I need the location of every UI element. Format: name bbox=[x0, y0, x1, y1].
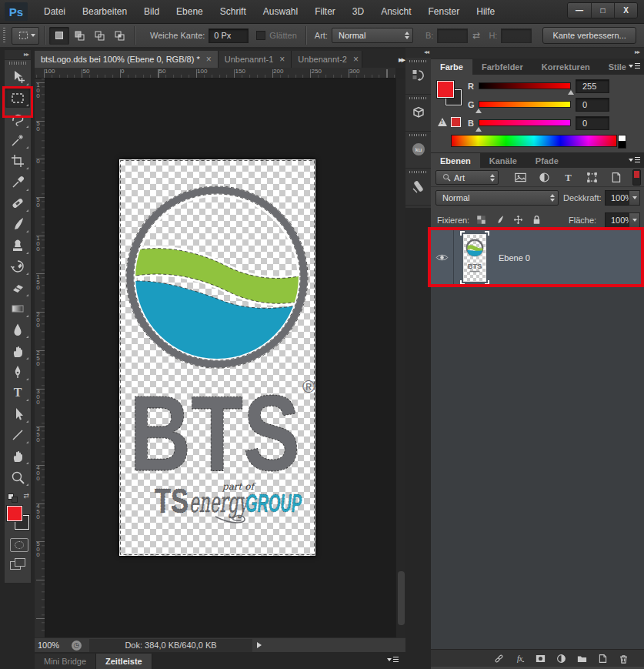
channel-value-b[interactable]: 0 bbox=[576, 116, 609, 130]
new-adjustment-layer-button[interactable] bbox=[554, 652, 568, 664]
document-size-info[interactable]: Dok: 384,0 KB/640,0 KB bbox=[89, 639, 252, 652]
menu-filter[interactable]: Filter bbox=[306, 0, 344, 23]
layer-thumbnail[interactable]: BTS bbox=[463, 234, 486, 282]
history-panel-button[interactable] bbox=[405, 58, 431, 95]
style-select[interactable]: Normal bbox=[332, 28, 413, 43]
lock-pixels-button[interactable] bbox=[491, 212, 508, 226]
channel-slider-thumb[interactable] bbox=[475, 127, 482, 132]
shape-layer-filter-button[interactable] bbox=[582, 169, 601, 186]
eyedropper-tool[interactable] bbox=[5, 172, 30, 192]
selection-mode-intersect-button[interactable] bbox=[109, 27, 129, 45]
selection-mode-subtract-button[interactable] bbox=[89, 27, 109, 45]
channel-slider-b[interactable] bbox=[479, 119, 571, 126]
healing-brush-tool[interactable] bbox=[5, 193, 30, 213]
add-layer-mask-button[interactable] bbox=[533, 652, 547, 664]
type-tool[interactable]: T bbox=[5, 383, 30, 403]
layer-visibility-toggle[interactable] bbox=[431, 230, 454, 286]
hand-tool[interactable] bbox=[5, 446, 30, 466]
channel-value-g[interactable]: 0 bbox=[576, 98, 609, 112]
menu-bild[interactable]: Bild bbox=[135, 0, 168, 23]
selection-mode-add-button[interactable] bbox=[69, 27, 89, 45]
lasso-tool[interactable] bbox=[5, 109, 30, 129]
3d-panel-button[interactable] bbox=[405, 95, 431, 132]
document-tab-1[interactable]: btsLogo.dds bei 100% (Ebene 0, RGB/8) *× bbox=[35, 51, 219, 68]
type-layer-filter-button[interactable]: T bbox=[559, 169, 577, 186]
gradient-tool[interactable] bbox=[5, 299, 30, 319]
menu-ebene[interactable]: Ebene bbox=[168, 0, 212, 23]
channel-value-r[interactable]: 255 bbox=[576, 79, 609, 93]
vertical-ruler[interactable]: 10050050100150200250300350400450500 bbox=[35, 79, 45, 637]
swap-dimensions-icon[interactable]: ⇄ bbox=[472, 30, 480, 41]
channel-slider-g[interactable] bbox=[479, 101, 571, 108]
refine-edge-button[interactable]: Kante verbessern... bbox=[542, 27, 636, 44]
zoom-tool[interactable] bbox=[5, 467, 30, 487]
antialias-checkbox[interactable] bbox=[256, 31, 265, 40]
status-clock-icon[interactable]: ◷ bbox=[72, 641, 82, 651]
smart-object-filter-button[interactable] bbox=[606, 169, 625, 186]
height-input[interactable] bbox=[501, 28, 532, 43]
path-selection-tool[interactable] bbox=[5, 404, 30, 424]
collapse-dock-button[interactable]: ▸▸ bbox=[431, 48, 644, 59]
fill-dropdown-button[interactable] bbox=[629, 212, 640, 228]
layer-effects-button[interactable]: fx bbox=[512, 652, 526, 664]
layer-filter-type-select[interactable]: Art bbox=[435, 170, 499, 185]
delete-layer-button[interactable] bbox=[616, 652, 630, 664]
lock-position-button[interactable] bbox=[509, 212, 526, 226]
blur-tool[interactable] bbox=[5, 319, 30, 340]
menu-schrift[interactable]: Schrift bbox=[212, 0, 255, 23]
brush-tool[interactable] bbox=[5, 214, 30, 234]
timeline-panel-menu-icon[interactable] bbox=[387, 656, 398, 664]
gamut-warning-icon[interactable] bbox=[438, 118, 447, 126]
tab-farbfelder[interactable]: Farbfelder bbox=[472, 59, 532, 75]
menu-hilfe[interactable]: Hilfe bbox=[468, 0, 503, 23]
rectangular-marquee-tool[interactable] bbox=[5, 88, 30, 108]
selection-mode-new-button[interactable] bbox=[49, 27, 69, 45]
eraser-tool[interactable] bbox=[5, 278, 30, 298]
swap-colors-icon[interactable]: ⇄ bbox=[23, 492, 29, 500]
tab-pfade[interactable]: Pfade bbox=[526, 153, 568, 169]
lock-all-button[interactable] bbox=[528, 212, 545, 226]
history-brush-tool[interactable] bbox=[5, 256, 30, 276]
document-tab-3[interactable]: Unbenannt-2× bbox=[292, 51, 362, 68]
menu-ansicht[interactable]: Ansicht bbox=[372, 0, 419, 23]
foreground-color-swatch[interactable] bbox=[7, 506, 22, 521]
crop-tool[interactable] bbox=[5, 151, 30, 171]
bottom-tab-mini-bridge[interactable]: Mini Bridge bbox=[35, 654, 96, 669]
channel-slider-thumb[interactable] bbox=[475, 109, 482, 113]
tab-menu-icon[interactable] bbox=[629, 62, 639, 70]
maximize-button[interactable]: □ bbox=[591, 3, 614, 18]
vertical-scrollbar[interactable] bbox=[395, 79, 405, 637]
magic-wand-tool[interactable] bbox=[5, 130, 30, 150]
document-viewport[interactable]: BTS ® TS part of energy GROUP bbox=[45, 79, 395, 637]
document-tab-2[interactable]: Unbenannt-1× bbox=[219, 51, 292, 68]
tab-ebenen[interactable]: Ebenen bbox=[431, 153, 480, 169]
close-tab-icon[interactable]: × bbox=[206, 54, 212, 65]
pen-tool[interactable] bbox=[5, 362, 30, 382]
color-spectrum-ramp[interactable] bbox=[451, 135, 617, 147]
panel-foreground-swatch[interactable] bbox=[437, 81, 454, 98]
close-tab-icon[interactable]: × bbox=[279, 54, 285, 65]
scrollbar-thumb[interactable] bbox=[398, 571, 405, 625]
menu-3d[interactable]: 3D bbox=[344, 0, 372, 23]
new-group-button[interactable] bbox=[575, 652, 589, 664]
tab-farbe[interactable]: Farbe bbox=[431, 59, 472, 75]
move-tool[interactable] bbox=[5, 67, 30, 87]
tab-overflow-button[interactable]: ▸▸ bbox=[399, 55, 404, 65]
close-button[interactable]: X bbox=[614, 3, 637, 18]
menu-datei[interactable]: Datei bbox=[35, 0, 74, 23]
bottom-tab-zeitleiste[interactable]: Zeitleiste bbox=[96, 654, 152, 669]
canvas[interactable]: BTS ® TS part of energy GROUP bbox=[119, 159, 315, 556]
pixel-layer-filter-button[interactable] bbox=[511, 169, 529, 186]
smudge-tool[interactable] bbox=[5, 341, 30, 361]
link-layers-button[interactable] bbox=[492, 652, 506, 664]
menu-auswahl[interactable]: Auswahl bbox=[255, 0, 306, 23]
new-layer-button[interactable] bbox=[596, 652, 609, 664]
expand-panels-button[interactable]: ◂◂ bbox=[405, 48, 431, 58]
layer-filter-toggle[interactable] bbox=[632, 169, 641, 186]
tab-menu-icon[interactable] bbox=[629, 156, 639, 164]
menu-bearbeiten[interactable]: Bearbeiten bbox=[74, 0, 135, 23]
channel-slider-thumb[interactable] bbox=[568, 90, 574, 95]
status-options-arrow[interactable] bbox=[257, 642, 262, 648]
width-input[interactable] bbox=[437, 28, 468, 43]
feather-input[interactable]: 0 Px bbox=[209, 28, 249, 43]
